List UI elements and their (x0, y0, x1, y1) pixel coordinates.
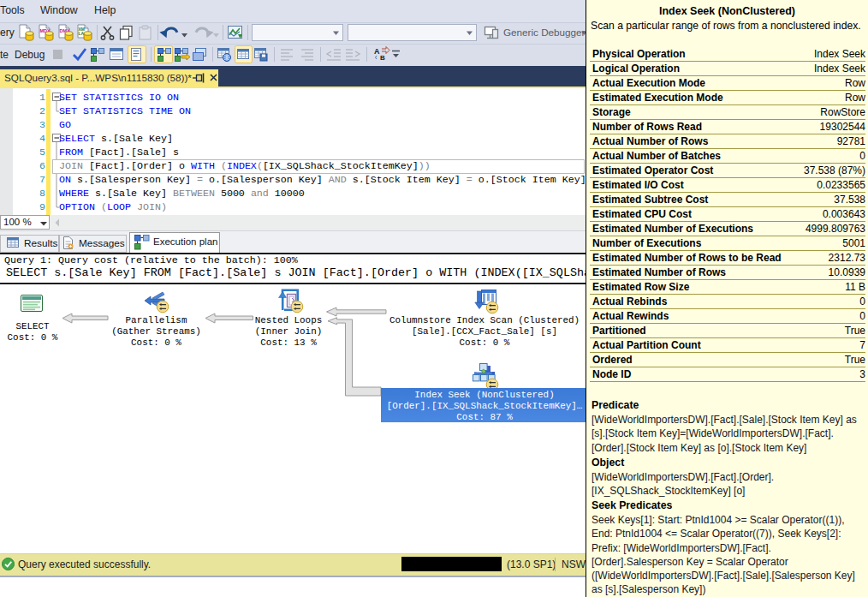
svg-text:B: B (380, 54, 385, 62)
svg-text:LA: LA (79, 31, 85, 36)
svg-text:A: A (374, 47, 380, 56)
